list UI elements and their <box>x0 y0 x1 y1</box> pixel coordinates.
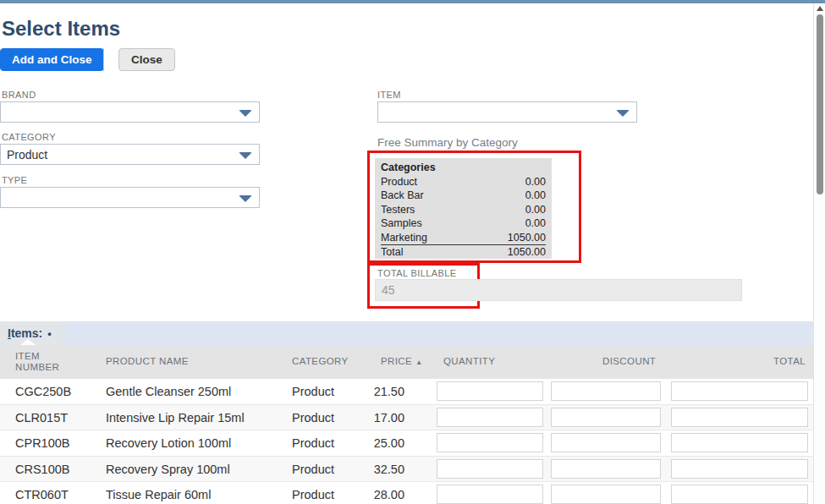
column-header-discount[interactable]: DISCOUNT <box>602 356 656 366</box>
quantity-input[interactable] <box>437 459 543 479</box>
total-billable-field <box>375 279 742 301</box>
quantity-input[interactable] <box>437 381 543 401</box>
table-row: CPR100B Recovery Lotion 100ml Product 25… <box>0 430 813 457</box>
cell-price: 21.50 <box>345 385 404 398</box>
sort-ascending-icon: ▲ <box>415 359 422 366</box>
cell-category: Product <box>292 488 334 501</box>
cell-product-name: Intensive Lip Repair 15ml <box>106 411 245 425</box>
chevron-down-icon <box>239 110 252 117</box>
total-input[interactable] <box>671 433 808 452</box>
page-title: Select Items <box>2 17 120 41</box>
category-label: CATEGORY <box>2 132 56 142</box>
cell-product-name: Recovery Spray 100ml <box>106 463 230 476</box>
column-header-total[interactable]: TOTAL <box>773 356 806 366</box>
item-select[interactable] <box>377 101 637 123</box>
items-table-header: ITEM NUMBER PRODUCT NAME CATEGORY PRICE▲… <box>0 345 813 379</box>
table-row: CGC250B Gentle Cleanser 250ml Product 21… <box>0 379 813 405</box>
cell-price: 17.00 <box>345 411 404 425</box>
discount-input[interactable] <box>551 433 661 452</box>
cell-item-number: CRS100B <box>15 463 69 476</box>
cell-category: Product <box>292 385 334 398</box>
quantity-input[interactable] <box>437 408 543 427</box>
item-label: ITEM <box>377 90 401 100</box>
category-select-value: Product <box>7 148 47 162</box>
scrollbar-up-arrow-icon[interactable] <box>817 6 823 11</box>
summary-total-row: Total1050.00 <box>381 245 546 260</box>
quantity-input[interactable] <box>437 433 543 452</box>
table-row: CTR060T Tissue Repair 60ml Product 28.00 <box>0 482 813 504</box>
total-input[interactable] <box>671 459 808 479</box>
active-tab-notch <box>20 339 36 345</box>
category-select[interactable]: Product <box>0 144 260 165</box>
window-top-strip <box>0 0 825 3</box>
cell-product-name: Gentle Cleanser 250ml <box>106 385 231 398</box>
total-input[interactable] <box>671 381 808 401</box>
items-table-body: CGC250B Gentle Cleanser 250ml Product 21… <box>0 379 813 504</box>
cell-category: Product <box>292 411 334 425</box>
discount-input[interactable] <box>551 381 661 401</box>
total-input[interactable] <box>671 408 808 427</box>
cell-item-number: CGC250B <box>15 385 71 398</box>
column-header-category[interactable]: CATEGORY <box>292 356 349 366</box>
table-row: CRS100B Recovery Spray 100ml Product 32.… <box>0 457 813 483</box>
cell-price: 28.00 <box>345 488 404 501</box>
discount-input[interactable] <box>551 408 661 427</box>
cell-product-name: Tissue Repair 60ml <box>106 488 211 501</box>
summary-row: Testers0.00 <box>381 203 546 217</box>
total-input[interactable] <box>671 485 808 504</box>
cell-item-number: CTR060T <box>15 488 69 501</box>
add-and-close-button[interactable]: Add and Close <box>0 48 104 71</box>
cell-price: 25.00 <box>345 436 404 450</box>
tab-strip <box>0 321 813 345</box>
cell-item-number: CPR100B <box>15 436 69 450</box>
brand-label: BRAND <box>2 90 36 100</box>
discount-input[interactable] <box>551 459 661 479</box>
summary-row: Back Bar0.00 <box>381 189 546 203</box>
total-billable-label: TOTAL BILLABLE <box>377 268 456 278</box>
free-summary-label: Free Summary by Category <box>377 136 518 149</box>
cell-item-number: CLR015T <box>15 411 68 425</box>
quantity-input[interactable] <box>437 485 543 504</box>
vertical-scrollbar[interactable] <box>813 3 825 504</box>
tab-items-bullet: • <box>47 327 52 340</box>
summary-row: Marketing1050.00 <box>381 231 546 246</box>
column-header-product-name[interactable]: PRODUCT NAME <box>106 356 189 366</box>
column-header-price[interactable]: PRICE▲ <box>381 356 422 366</box>
chevron-down-icon <box>239 195 252 202</box>
discount-input[interactable] <box>551 485 661 504</box>
cell-price: 32.50 <box>345 463 404 476</box>
cell-category: Product <box>292 436 334 450</box>
summary-row: Product0.00 <box>381 175 546 189</box>
type-select[interactable] <box>0 187 260 208</box>
brand-select[interactable] <box>0 101 260 123</box>
chevron-down-icon <box>616 110 630 117</box>
cell-product-name: Recovery Lotion 100ml <box>106 436 231 450</box>
chevron-down-icon <box>239 152 252 159</box>
close-button[interactable]: Close <box>118 48 175 71</box>
table-row: CLR015T Intensive Lip Repair 15ml Produc… <box>0 405 813 431</box>
toolbar-divider <box>103 48 104 71</box>
column-header-item-number[interactable]: ITEM NUMBER <box>15 351 74 373</box>
summary-row: Samples0.00 <box>381 216 546 231</box>
scrollbar-thumb[interactable] <box>817 14 823 194</box>
column-header-quantity[interactable]: QUANTITY <box>443 356 495 366</box>
summary-header: Categories <box>381 161 546 175</box>
type-label: TYPE <box>2 175 27 185</box>
cell-category: Product <box>292 463 334 476</box>
category-summary-table: Categories Product0.00 Back Bar0.00 Test… <box>375 158 552 259</box>
